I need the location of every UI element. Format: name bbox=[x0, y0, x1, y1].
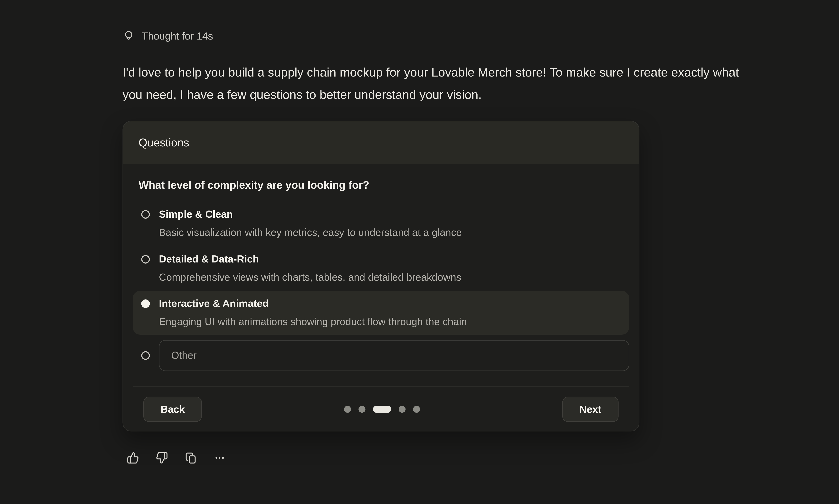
radio-unselected-icon[interactable] bbox=[141, 210, 150, 219]
option-description: Basic visualization with key metrics, ea… bbox=[159, 226, 462, 239]
thought-label: Thought for 14s bbox=[142, 29, 213, 43]
option-detailed-data-rich[interactable]: Detailed & Data-Rich Comprehensive views… bbox=[133, 246, 629, 291]
back-button[interactable]: Back bbox=[143, 397, 202, 422]
option-title: Detailed & Data-Rich bbox=[159, 252, 461, 266]
pagination-dots bbox=[202, 406, 562, 413]
pagination-dot[interactable] bbox=[344, 406, 351, 413]
pagination-dot[interactable] bbox=[413, 406, 420, 413]
other-input[interactable] bbox=[159, 340, 629, 371]
option-title: Simple & Clean bbox=[159, 208, 462, 221]
question-title: What level of complexity are you looking… bbox=[139, 179, 623, 191]
chat-page: Thought for 14s I'd love to help you bui… bbox=[0, 0, 839, 504]
card-title: Questions bbox=[139, 136, 189, 149]
thumbs-down-icon bbox=[156, 452, 168, 464]
thumbs-up-icon bbox=[127, 452, 139, 464]
option-title: Interactive & Animated bbox=[159, 297, 467, 311]
ellipsis-icon bbox=[213, 452, 226, 464]
thumbs-down-button[interactable] bbox=[156, 452, 168, 464]
option-interactive-animated[interactable]: Interactive & Animated Engaging UI with … bbox=[133, 291, 629, 335]
thumbs-up-button[interactable] bbox=[127, 452, 139, 464]
lightbulb-icon bbox=[123, 30, 135, 42]
next-button[interactable]: Next bbox=[562, 397, 618, 422]
radio-unselected-icon[interactable] bbox=[141, 351, 150, 360]
questions-card-footer: Back Next bbox=[133, 386, 629, 431]
thought-toggle[interactable]: Thought for 14s bbox=[123, 29, 754, 43]
message-actions bbox=[127, 452, 754, 464]
questions-card-header: Questions bbox=[123, 121, 639, 164]
message-text: I'd love to help you build a supply chai… bbox=[123, 61, 751, 106]
copy-icon bbox=[185, 452, 197, 464]
questions-card: Questions What level of complexity are y… bbox=[123, 121, 640, 431]
pagination-dot[interactable] bbox=[359, 406, 366, 413]
radio-selected-icon[interactable] bbox=[141, 300, 150, 308]
assistant-message: Thought for 14s I'd love to help you bui… bbox=[123, 29, 754, 464]
pagination-dot[interactable] bbox=[399, 406, 406, 413]
option-other[interactable] bbox=[133, 340, 629, 371]
pagination-dot-active[interactable] bbox=[373, 406, 391, 413]
option-simple-clean[interactable]: Simple & Clean Basic visualization with … bbox=[133, 201, 629, 246]
questions-card-body: What level of complexity are you looking… bbox=[123, 164, 639, 431]
more-options-button[interactable] bbox=[213, 452, 226, 464]
option-description: Comprehensive views with charts, tables,… bbox=[159, 270, 461, 284]
copy-button[interactable] bbox=[185, 452, 197, 464]
option-description: Engaging UI with animations showing prod… bbox=[159, 315, 467, 329]
radio-unselected-icon[interactable] bbox=[141, 255, 150, 264]
